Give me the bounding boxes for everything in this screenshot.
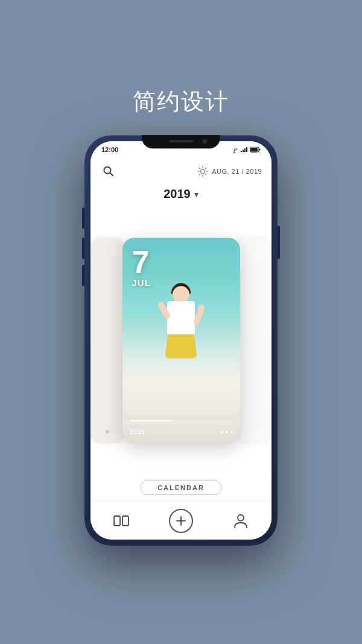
- nav-add-button[interactable]: [169, 509, 193, 533]
- bottom-nav: [91, 501, 272, 540]
- person-body: [165, 301, 197, 359]
- phone-screen: 12:00: [91, 141, 272, 540]
- svg-line-9: [110, 173, 113, 176]
- date-display: AUG, 21 / 2019: [197, 166, 262, 177]
- calendar-button[interactable]: CALENDAR: [140, 480, 222, 495]
- card-dot-3: [230, 431, 233, 433]
- battery-icon: [250, 147, 261, 153]
- svg-rect-4: [246, 147, 247, 152]
- svg-rect-20: [122, 516, 129, 526]
- card-day: 7: [132, 246, 151, 278]
- app-header: AUG, 21 / 2019: [91, 158, 272, 183]
- sun-icon: [197, 166, 208, 177]
- main-card[interactable]: 7 JUL 21/31: [122, 238, 240, 443]
- chevron-down-icon: ▾: [194, 190, 198, 199]
- side-card-right[interactable]: [238, 238, 272, 443]
- svg-rect-1: [241, 151, 242, 152]
- phone-shell: 12:00: [84, 135, 278, 546]
- wifi-icon: [230, 147, 238, 153]
- svg-rect-2: [243, 150, 244, 152]
- signal-icon: [240, 147, 247, 153]
- person-icon: [233, 513, 248, 529]
- cards-area: 7 JUL 21/31: [91, 207, 272, 473]
- card-dots-row: [221, 431, 233, 433]
- card-dot-1: [221, 431, 223, 433]
- svg-rect-19: [114, 516, 120, 526]
- svg-rect-3: [244, 148, 246, 152]
- gallery-icon: [113, 514, 129, 528]
- card-dot-2: [226, 431, 228, 433]
- phone-notch: [142, 135, 220, 148]
- svg-point-10: [201, 170, 205, 174]
- person-head: [173, 286, 189, 303]
- card-date-overlay: 7 JUL: [132, 246, 151, 288]
- status-time: 12:00: [101, 146, 118, 153]
- search-icon: [103, 165, 115, 177]
- svg-line-17: [206, 168, 206, 168]
- svg-point-0: [233, 151, 235, 153]
- add-icon: [176, 515, 186, 526]
- page-title: 简约设计: [133, 86, 229, 117]
- card-progress-text: 21/31: [130, 429, 145, 435]
- year-selector[interactable]: 2019 ▾: [91, 183, 272, 207]
- card-bottom: 21/31: [122, 421, 240, 443]
- calendar-btn-area: CALENDAR: [91, 473, 272, 501]
- year-text: 2019: [164, 187, 191, 201]
- date-label: AUG, 21 / 2019: [212, 168, 262, 175]
- svg-line-15: [199, 168, 200, 168]
- svg-rect-7: [259, 149, 261, 151]
- nav-gallery-icon-wrap[interactable]: [108, 508, 135, 534]
- svg-line-16: [206, 174, 206, 174]
- svg-rect-6: [250, 148, 258, 151]
- card-month: JUL: [132, 278, 151, 288]
- svg-line-18: [199, 174, 200, 174]
- svg-point-8: [104, 167, 111, 174]
- side-card-left[interactable]: [91, 238, 124, 443]
- svg-point-23: [238, 515, 244, 521]
- search-icon-wrap[interactable]: [100, 163, 117, 180]
- nav-profile-icon-wrap[interactable]: [227, 508, 254, 534]
